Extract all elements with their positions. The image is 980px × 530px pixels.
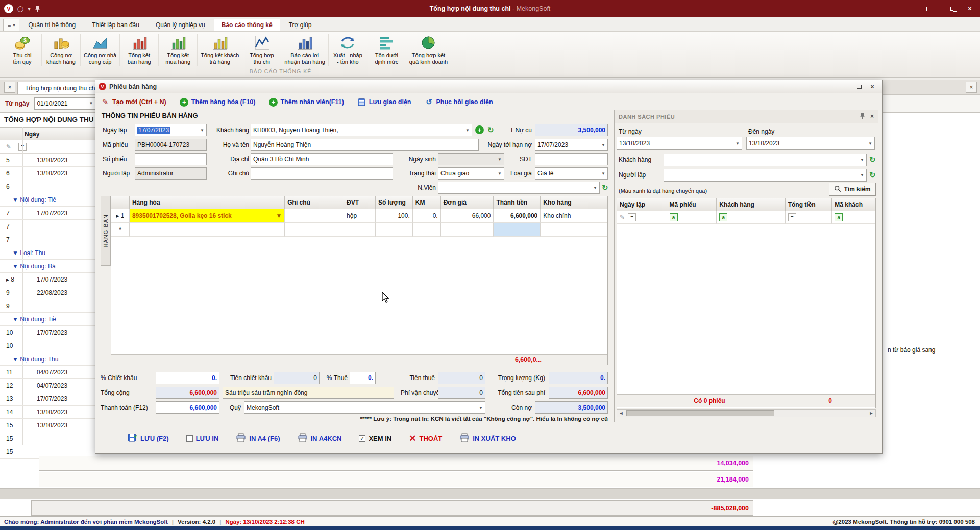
dropdown-arrow-icon[interactable]: ▼ xyxy=(859,173,864,178)
panel-close-icon[interactable]: × xyxy=(870,113,874,121)
empty-cell[interactable] xyxy=(376,223,413,237)
refresh-icon[interactable]: ↻ xyxy=(869,156,876,163)
dropdown-arrow-icon[interactable]: ▼ xyxy=(87,101,93,106)
panel-to-date-input[interactable]: 13/10/2023▼ xyxy=(746,137,875,150)
report-data-row[interactable]: 1513/10/2023 xyxy=(0,419,95,432)
dropdown-arrow-icon[interactable]: ▼ xyxy=(464,128,470,133)
column-header-4[interactable]: Số lượng xyxy=(376,196,413,209)
report-data-row[interactable]: 613/10/2023 xyxy=(0,167,95,180)
column-header-7[interactable]: Thành tiền xyxy=(494,196,541,209)
dialog-toolbar-item-5[interactable]: ↺Phục hồi giao diện xyxy=(425,97,493,107)
ribbon-button-4[interactable]: Tổng kếtbán hàng xyxy=(120,34,159,66)
dropdown-arrow-icon[interactable]: ▼ xyxy=(496,157,502,162)
panel-column-header-1[interactable]: Ngày lập xyxy=(617,198,667,211)
han-no-input[interactable]: 17/07/2023▼ xyxy=(535,139,608,151)
hang-ban-side-tab[interactable]: HÀNG BÁN xyxy=(101,196,111,266)
quy-combo[interactable]: MekongSoft▼ xyxy=(244,401,485,414)
report-data-row[interactable]: 10 xyxy=(0,339,95,352)
ribbon-button-3[interactable]: Công nợ nhàcung cấp xyxy=(81,34,120,66)
panel-column-header-4[interactable]: Tổng tiền xyxy=(786,198,832,211)
save-print-checkbox[interactable]: LƯU IN xyxy=(186,435,219,442)
loai-gia-combo[interactable]: Giá lẻ▼ xyxy=(535,167,608,180)
refresh-staff-icon[interactable]: ↻ xyxy=(602,184,608,191)
report-group-row[interactable]: ▼ Nội dung: Tiề xyxy=(0,193,95,207)
pin-icon[interactable] xyxy=(860,113,865,121)
dialog-maximize-button[interactable] xyxy=(853,82,865,91)
report-data-row[interactable]: 513/10/2023 xyxy=(0,154,95,167)
ngay-sinh-input[interactable]: ▼ xyxy=(438,153,504,165)
panel-filter-cell-1[interactable]: ✎= xyxy=(617,211,667,224)
report-data-row[interactable]: 6 xyxy=(0,180,95,193)
ribbon-tab-4[interactable]: Báo cáo thống kê xyxy=(214,19,280,31)
column-header-8[interactable]: Kho hàng xyxy=(541,196,607,209)
cell-don-gia[interactable]: 66,000 xyxy=(441,209,494,223)
report-data-row[interactable]: 7 xyxy=(0,220,95,233)
dropdown-arrow-icon[interactable]: ▼ xyxy=(734,141,740,146)
empty-cell[interactable] xyxy=(285,223,344,237)
ribbon-button-5[interactable]: Tổng kếtmua hàng xyxy=(159,34,198,66)
document-tab-active[interactable]: Tổng hợp nội dung thu chi xyxy=(17,82,104,94)
dialog-toolbar-item-1[interactable]: ✎Tạo mới (Ctrl + N) xyxy=(101,97,166,107)
search-button[interactable]: Tìm kiếm xyxy=(829,183,876,196)
empty-cell[interactable] xyxy=(541,223,607,237)
report-data-row[interactable]: 9 xyxy=(0,299,95,313)
scroll-left-icon[interactable]: ◄ xyxy=(617,411,625,416)
screen-toggle-icon[interactable] xyxy=(920,5,928,12)
ribbon-button-9[interactable]: Xuất - nhập- tồn kho xyxy=(329,34,368,66)
dropdown-arrow-icon[interactable]: ▼ xyxy=(867,141,872,146)
panel-column-header-5[interactable]: Mã khách xyxy=(832,198,875,211)
ngay-lap-input[interactable]: 17/07/2023▼ xyxy=(135,124,207,136)
report-group-row[interactable]: ▼ Nội dung: Tiề xyxy=(0,313,95,326)
exit-button[interactable]: ✕ THOÁT xyxy=(409,434,442,443)
panel-customer-combo[interactable]: ▼ xyxy=(664,154,867,166)
close-button[interactable]: × xyxy=(966,5,974,12)
ribbon-button-1[interactable]: $Thu chitồn quỹ xyxy=(3,34,42,66)
cell-hang-hoa[interactable]: 8935001702528, Golia kẹo 16 stick▼ xyxy=(130,209,285,223)
dropdown-arrow-icon[interactable]: ▼ xyxy=(276,212,282,219)
app-menu-tab[interactable]: ≡▾ xyxy=(3,19,19,31)
dropdown-arrow-icon[interactable]: ▼ xyxy=(600,143,605,147)
new-row-indicator[interactable]: * xyxy=(111,223,130,237)
ck-pct-input[interactable]: 0. xyxy=(156,372,219,384)
panel-filter-cell-4[interactable]: = xyxy=(786,211,832,224)
empty-cell[interactable] xyxy=(494,223,541,237)
dialog-minimize-button[interactable]: — xyxy=(840,82,851,91)
app-logo-icon[interactable]: V xyxy=(4,4,13,13)
ribbon-button-10[interactable]: Tồn dướiđịnh mức xyxy=(368,34,406,66)
print-warehouse-button[interactable]: IN XUẤT KHO xyxy=(459,433,516,444)
dialog-toolbar-item-4[interactable]: Lưu giao diện xyxy=(357,97,411,107)
pin-icon[interactable] xyxy=(35,6,40,12)
dialog-toolbar-item-2[interactable]: +Thêm hàng hóa (F10) xyxy=(180,97,256,107)
column-header-6[interactable]: Đơn giá xyxy=(441,196,494,209)
column-header-3[interactable]: ĐVT xyxy=(344,196,376,209)
dropdown-arrow-icon[interactable]: ▼ xyxy=(859,158,864,162)
so-phieu-input[interactable] xyxy=(135,153,207,165)
row-indicator[interactable]: ▸ 1 xyxy=(111,209,130,223)
filter-text-icon[interactable]: a xyxy=(835,213,843,221)
dialog-close-button[interactable]: × xyxy=(867,82,878,91)
filter-text-icon[interactable]: a xyxy=(719,213,727,221)
report-auto-filter-row[interactable]: ✎ = xyxy=(0,140,95,154)
trang-thai-combo[interactable]: Chưa giao▼ xyxy=(438,167,504,180)
column-header-5[interactable]: KM xyxy=(413,196,441,209)
dropdown-arrow-icon[interactable]: ▼ xyxy=(477,406,483,410)
print-a4-button[interactable]: IN A4 (F6) xyxy=(236,433,280,444)
product-grid[interactable]: 6,600,0... Hàng hóaGhi chúĐVTSố lượngKMĐ… xyxy=(111,196,608,365)
panel-column-header-3[interactable]: Khách hàng xyxy=(717,198,785,211)
empty-cell[interactable] xyxy=(441,223,494,237)
close-all-tabs-button[interactable]: × xyxy=(966,82,977,93)
sdt-input[interactable] xyxy=(535,153,608,165)
empty-cell[interactable] xyxy=(413,223,441,237)
column-header-2[interactable]: Ghi chú xyxy=(285,196,344,209)
report-data-row[interactable]: 1017/07/2023 xyxy=(0,326,95,339)
ribbon-button-8[interactable]: Báo cáo lợinhuận bán hàng xyxy=(281,34,329,66)
panel-filter-cell-3[interactable]: a xyxy=(717,211,785,224)
quick-access-circle-icon[interactable]: ◯ xyxy=(17,6,23,12)
preview-checkbox[interactable]: ✓ XEM IN xyxy=(359,435,391,442)
cell-km[interactable]: 0. xyxy=(413,209,441,223)
refresh-customer-icon[interactable]: ↻ xyxy=(487,126,494,134)
phi-vc-input[interactable]: 0 xyxy=(438,387,485,399)
dia-chi-input[interactable]: Quận 3 Hồ Chí Minh xyxy=(251,153,393,165)
panel-from-date-input[interactable]: 13/10/2023▼ xyxy=(617,137,742,150)
save-button[interactable]: LƯU (F2) xyxy=(127,433,169,444)
